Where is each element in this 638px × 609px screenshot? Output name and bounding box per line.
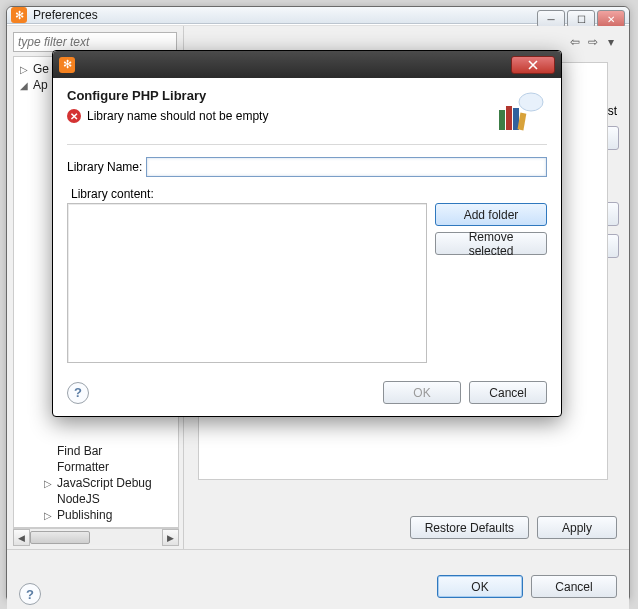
close-icon — [527, 60, 539, 70]
dialog-title: Configure PHP Library — [67, 88, 491, 103]
tree-item-formatter[interactable]: Formatter — [14, 459, 178, 475]
tree-label: Formatter — [57, 460, 109, 474]
svg-point-0 — [519, 93, 543, 111]
scroll-track[interactable] — [30, 529, 162, 545]
scroll-left-icon[interactable]: ◀ — [13, 529, 30, 546]
dialog-titlebar[interactable] — [53, 51, 561, 78]
tree-item-publishing[interactable]: ▷Publishing — [14, 507, 178, 523]
preferences-titlebar[interactable]: Preferences ─ ☐ ✕ — [7, 7, 629, 24]
dialog-ok-button[interactable]: OK — [383, 381, 461, 404]
library-name-input[interactable] — [146, 157, 547, 177]
help-icon[interactable]: ? — [67, 382, 89, 404]
add-folder-button[interactable]: Add folder — [435, 203, 547, 226]
gear-icon — [11, 7, 27, 23]
tree-label: JavaScript Debug — [57, 476, 152, 490]
peek-label-st: st — [608, 104, 617, 118]
tree-horizontal-scrollbar[interactable]: ◀ ▶ — [13, 528, 179, 545]
error-message: Library name should not be empty — [87, 109, 268, 123]
tree-label: Ap — [33, 78, 48, 92]
help-icon[interactable]: ? — [19, 583, 41, 605]
remove-selected-button[interactable]: Remove selected — [435, 232, 547, 255]
filter-input[interactable] — [13, 32, 177, 52]
preferences-bottom-bar: ? OK Cancel — [7, 549, 629, 609]
ok-button[interactable]: OK — [437, 575, 523, 598]
svg-rect-2 — [506, 106, 512, 130]
tree-item-js-debug[interactable]: ▷JavaScript Debug — [14, 475, 178, 491]
configure-library-dialog: Configure PHP Library ✕ Library name sho… — [52, 50, 562, 417]
gear-icon — [59, 57, 75, 73]
tree-label: Find Bar — [57, 444, 102, 458]
error-icon: ✕ — [67, 109, 81, 123]
restore-defaults-button[interactable]: Restore Defaults — [410, 516, 529, 539]
tree-label: Publishing — [57, 508, 112, 522]
library-content-label: Library content: — [67, 187, 547, 201]
scroll-right-icon[interactable]: ▶ — [162, 529, 179, 546]
tree-label: Ge — [33, 62, 49, 76]
back-icon[interactable]: ⇦ — [567, 34, 583, 50]
svg-rect-1 — [499, 110, 505, 130]
library-illustration-icon — [491, 88, 547, 136]
dialog-close-button[interactable] — [511, 56, 555, 74]
tree-label: NodeJS — [57, 492, 100, 506]
apply-button[interactable]: Apply — [537, 516, 617, 539]
dialog-cancel-button[interactable]: Cancel — [469, 381, 547, 404]
scroll-thumb[interactable] — [30, 531, 90, 544]
dialog-header: Configure PHP Library ✕ Library name sho… — [67, 88, 547, 145]
nav-toolbar: ⇦ ⇨ ▾ — [567, 34, 619, 50]
preferences-title: Preferences — [33, 8, 98, 22]
tree-item-nodejs[interactable]: NodeJS — [14, 491, 178, 507]
library-content-list[interactable] — [67, 203, 427, 363]
cancel-button[interactable]: Cancel — [531, 575, 617, 598]
forward-icon[interactable]: ⇨ — [585, 34, 601, 50]
menu-chevron-icon[interactable]: ▾ — [603, 34, 619, 50]
tree-item-find-bar[interactable]: Find Bar — [14, 443, 178, 459]
library-name-label: Library Name: — [67, 160, 142, 174]
